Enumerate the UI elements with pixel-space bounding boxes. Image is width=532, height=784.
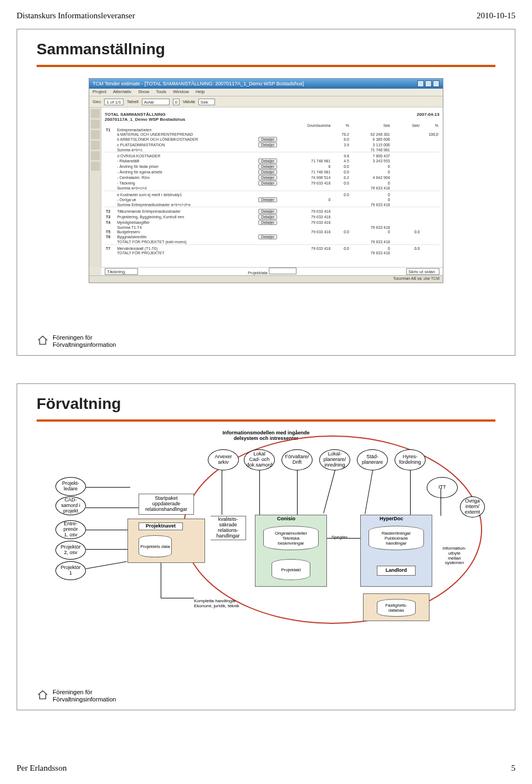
oval-top-3: Lokal-planerare/inredning bbox=[319, 449, 350, 470]
page-footer: Per Erlandsson 5 bbox=[17, 763, 515, 773]
sidebar-icon-4[interactable] bbox=[91, 141, 100, 150]
box-landlord: Landlord bbox=[377, 566, 416, 576]
sidebar bbox=[89, 107, 101, 267]
maximize-icon[interactable] bbox=[425, 80, 432, 87]
table-row: T7Mervärdesskatt (T1-T6)79 633 4180.000.… bbox=[105, 246, 439, 250]
detail-button[interactable]: Detaljer bbox=[258, 197, 277, 202]
table-row: T2Tillkommande EntreprenadkostnaderDetal… bbox=[105, 209, 439, 214]
window-titlebar: TCM Tender estimate - [TOTAL SAMMANSTÄLL… bbox=[89, 79, 443, 89]
prognos-label: Projektdata bbox=[248, 271, 267, 275]
oval-top-0: Arvexerarkiv bbox=[208, 449, 239, 470]
slide2-title: Förvaltning bbox=[37, 395, 495, 413]
foot-line1: Föreningen för bbox=[53, 334, 93, 341]
table-row: T6ByggnadskreditivDetaljer bbox=[105, 234, 439, 240]
oval-top-6: ITT bbox=[427, 477, 458, 498]
col-pct: % bbox=[331, 123, 350, 127]
menu-window[interactable]: Window bbox=[173, 89, 188, 94]
table-row: Summa a+b+c71 748 981 bbox=[105, 147, 439, 152]
table-row: T1Entreprenadarbeten bbox=[105, 127, 439, 132]
detail-button[interactable]: Detaljer bbox=[258, 220, 277, 225]
table-row: a MATERIAL OCH UNDERENTREPRENAD78.262 24… bbox=[105, 132, 439, 136]
detail-button[interactable]: Detaljer bbox=[258, 170, 277, 175]
conisio-label: Conisio bbox=[277, 516, 295, 521]
window-title-text: TCM Tender estimate - [TOTAL SAMMANSTÄLL… bbox=[93, 81, 304, 86]
content-title: TOTAL SAMMANSTÄLLNING bbox=[105, 112, 166, 117]
cyl-original: OriginalmodellerTekniskabeskrivningar bbox=[263, 526, 319, 550]
cyl-raster: RasterritningarPubliceradehandlingar bbox=[369, 526, 424, 550]
detail-button[interactable]: Detaljer bbox=[258, 214, 277, 219]
footer-right: 5 bbox=[511, 763, 516, 773]
col-sek: Sek bbox=[350, 123, 391, 127]
table-row: Summa Entreprenadkostnader a+b+c+d+e79 6… bbox=[105, 202, 439, 207]
window-controls bbox=[417, 80, 439, 87]
table-row: T4MyndighetsavgifterDetaljer79 633 418 bbox=[105, 220, 439, 226]
oval-top-4: Städ-planerare bbox=[357, 449, 388, 470]
num-field[interactable]: 0 bbox=[173, 99, 180, 105]
menu-bar: Project Alternativ Show Tools Window Hel… bbox=[89, 89, 443, 96]
toolbar: Geo 1 of 1/1 Tabell Avtal 0 Valuta Sek bbox=[89, 96, 443, 107]
col-grund: Grundsumma bbox=[291, 123, 332, 127]
prognos-select[interactable] bbox=[269, 268, 296, 274]
sidebar-icon-2[interactable] bbox=[91, 120, 100, 129]
oval-ovriga: Övrigaintern/externt bbox=[460, 496, 485, 517]
table-row: - Centraladm. RörvDetaljer74 990 5146.24… bbox=[105, 175, 439, 181]
table-row: d ÖVRIGA KOSTNADER9.87 850 437 bbox=[105, 154, 439, 158]
line-k1 bbox=[161, 598, 194, 598]
table-row: e Kostnader som ej medt i delstrukty10.0… bbox=[105, 192, 439, 197]
sidebar-icon-6[interactable] bbox=[91, 162, 100, 171]
bottom-bar: Täckning Projektdata Skriv ut sidan bbox=[101, 267, 443, 275]
slide2-underline bbox=[37, 419, 495, 422]
detail-button[interactable]: Detaljer bbox=[258, 181, 277, 186]
kompletta-note: Kompletta handlingarEkonomi, juridik, te… bbox=[194, 599, 272, 609]
valuta-label: Valuta bbox=[183, 99, 195, 104]
table-row: Summa a+b+c+d79 633 418 bbox=[105, 186, 439, 191]
info-utbyte: Information-utbytemellansystemen bbox=[438, 546, 471, 566]
page-header: Distanskurs Informationsleveranser 2010-… bbox=[17, 11, 515, 21]
menu-tools[interactable]: Tools bbox=[156, 89, 166, 94]
tabell-select[interactable]: Avtal bbox=[142, 99, 170, 105]
cyl-fastighets: Fastighets-databas bbox=[377, 599, 416, 617]
oval-top-5: Hyres-fördelning bbox=[395, 449, 426, 470]
tackning-button[interactable]: Täckning bbox=[105, 268, 138, 275]
slide-1: Sammanställning TCM Tender estimate - [T… bbox=[17, 29, 515, 356]
sidebar-icon-1[interactable] bbox=[91, 109, 100, 118]
cyl-projektakt: Projektakt bbox=[272, 559, 310, 580]
geo-field[interactable]: 1 of 1/1 bbox=[104, 99, 124, 105]
hyperdoc-label: HyperDoc bbox=[380, 516, 403, 521]
detail-button[interactable]: Detaljer bbox=[258, 137, 277, 142]
oval-left-3: Projektör2, osv bbox=[55, 541, 86, 560]
menu-alternativ[interactable]: Alternativ bbox=[113, 89, 131, 94]
detail-button[interactable]: Detaljer bbox=[258, 142, 277, 147]
slide-2: Förvaltning Informationsmodellen med ing… bbox=[17, 383, 515, 710]
table-row: TOTALT FÖR PROJEKTET79 633 418 bbox=[105, 250, 439, 255]
minimize-icon[interactable] bbox=[417, 80, 424, 87]
col-pct2: % bbox=[421, 123, 439, 127]
content-subtitle: 20070117A_1_Demo WSP Bostadshus bbox=[105, 117, 439, 122]
detail-button[interactable]: Detaljer bbox=[258, 164, 277, 169]
oval-top-1: LokalCad- ochdok.samord bbox=[244, 449, 275, 470]
table-row: - Ändring för fasta priserDetaljer00.00 bbox=[105, 164, 439, 170]
geo-label: Geo bbox=[93, 99, 101, 104]
detail-button[interactable]: Detaljer bbox=[258, 209, 277, 214]
content-area: TOTAL SAMMANSTÄLLNING2007-04-13 20070117… bbox=[101, 107, 443, 267]
sidebar-icon-5[interactable] bbox=[91, 151, 100, 160]
sidebar-icon-3[interactable] bbox=[91, 130, 100, 139]
menu-project[interactable]: Project bbox=[93, 89, 106, 94]
header-right: 2010-10-15 bbox=[477, 11, 515, 21]
table-row: T5Budgetreserv79 633 4180.000.0 bbox=[105, 230, 439, 234]
foot-line2: Förvaltningsinformation bbox=[53, 341, 116, 348]
skriv-button[interactable]: Skriv ut sidan bbox=[406, 268, 439, 275]
oval-left-4: Projektör1 bbox=[55, 561, 86, 580]
close-icon[interactable] bbox=[433, 80, 439, 87]
header-left: Distanskurs Informationsleveranser bbox=[17, 11, 135, 21]
table-row: - TäckningDetaljer79 633 4180.00 bbox=[105, 181, 439, 186]
menu-show[interactable]: Show bbox=[138, 89, 149, 94]
tabell-label: Tabell bbox=[127, 99, 139, 104]
detail-button[interactable]: Detaljer bbox=[258, 175, 277, 180]
col-sekval: Sek/ bbox=[391, 123, 421, 127]
detail-button[interactable]: Detaljer bbox=[258, 234, 277, 239]
screenshot-window: TCM Tender estimate - [TOTAL SAMMANSTÄLL… bbox=[89, 78, 443, 283]
menu-help[interactable]: Help bbox=[196, 89, 204, 94]
valuta-select[interactable]: Sek bbox=[198, 99, 215, 105]
detail-button[interactable]: Detaljer bbox=[258, 158, 277, 163]
